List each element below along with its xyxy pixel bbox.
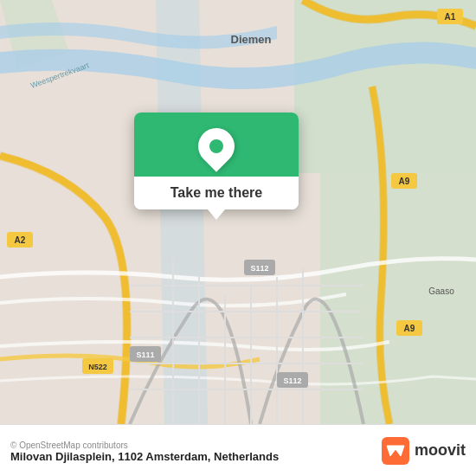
footer-left: © OpenStreetMap contributors Milovan Dji…	[10, 439, 279, 463]
map-container: A2 A1 A9 A9 S112 S111 S112 N522 Diemen W…	[0, 0, 476, 424]
svg-text:S112: S112	[283, 376, 301, 385]
moovit-logo: moovit	[382, 437, 466, 465]
footer-address: Milovan Djilasplein, 1102 Amsterdam, Net…	[10, 450, 279, 463]
take-me-there-button[interactable]: Take me there	[134, 177, 299, 209]
svg-rect-36	[382, 437, 409, 465]
svg-text:N522: N522	[88, 363, 107, 371]
svg-text:Diemen: Diemen	[231, 33, 272, 46]
footer: © OpenStreetMap contributors Milovan Dji…	[0, 424, 476, 476]
moovit-text: moovit	[415, 441, 466, 460]
svg-text:A9: A9	[399, 177, 410, 186]
svg-rect-2	[320, 173, 476, 424]
moovit-icon	[382, 437, 409, 465]
popup-card: Take me there	[134, 113, 299, 209]
map-svg: A2 A1 A9 A9 S112 S111 S112 N522 Diemen W…	[0, 0, 476, 424]
svg-rect-1	[294, 0, 476, 173]
svg-text:S111: S111	[136, 351, 154, 359]
svg-text:A9: A9	[404, 324, 415, 333]
copyright-text: © OpenStreetMap contributors	[10, 441, 279, 450]
svg-text:A2: A2	[15, 235, 26, 245]
svg-text:S112: S112	[250, 264, 268, 273]
svg-text:A1: A1	[445, 12, 456, 22]
popup-header	[134, 113, 299, 177]
location-pin-icon	[190, 120, 241, 171]
svg-text:Gaaso: Gaaso	[428, 286, 454, 296]
